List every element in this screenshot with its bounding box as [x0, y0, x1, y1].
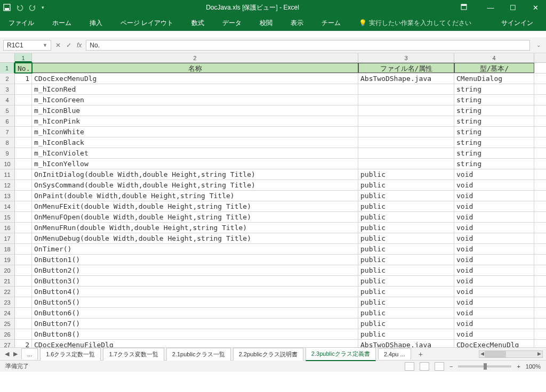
- row-header[interactable]: 19: [0, 255, 15, 265]
- row-header[interactable]: 27: [0, 340, 15, 347]
- tab-view[interactable]: 表示: [287, 15, 307, 31]
- cell-file[interactable]: [358, 105, 454, 116]
- cell-no[interactable]: 2: [15, 340, 32, 347]
- cell-no[interactable]: [15, 180, 32, 190]
- cell-file[interactable]: public: [358, 308, 454, 318]
- cell-file[interactable]: public: [358, 169, 454, 179]
- cell-name[interactable]: OnButton7(): [32, 318, 358, 329]
- sheet-tab-ellipsis[interactable]: ...: [21, 348, 38, 360]
- horizontal-scrollbar[interactable]: ◀ ▶: [479, 350, 543, 358]
- cell-name[interactable]: OnButton6(): [32, 308, 358, 318]
- cell-type[interactable]: void: [454, 169, 534, 179]
- cell-no[interactable]: 1: [15, 74, 32, 84]
- cell-name[interactable]: OnMenuFExit(double Width,double Height,s…: [32, 201, 358, 211]
- cell-file[interactable]: [358, 84, 454, 94]
- cell-name[interactable]: OnMenuFRun(double Width,double Height,st…: [32, 223, 358, 233]
- tab-insert[interactable]: 挿入: [86, 15, 106, 31]
- cell-name[interactable]: CDocExecMenuDlg: [32, 74, 358, 84]
- maximize-button[interactable]: ☐: [505, 4, 520, 12]
- cell-name[interactable]: OnMenuFOpen(double Width,double Height,s…: [32, 212, 358, 222]
- cell-name[interactable]: OnButton2(): [32, 265, 358, 275]
- zoom-level[interactable]: 100%: [526, 363, 541, 370]
- cell-file[interactable]: AbsTwoDShape.java: [358, 74, 454, 84]
- cancel-icon[interactable]: ✕: [55, 42, 61, 49]
- row-header[interactable]: 14: [0, 201, 15, 211]
- cell-type[interactable]: void: [454, 244, 534, 254]
- row-header-1[interactable]: 1: [0, 63, 15, 73]
- ribbon-options-icon[interactable]: [461, 4, 476, 12]
- row-header[interactable]: 22: [0, 287, 15, 297]
- col-header-4[interactable]: 4: [454, 53, 534, 62]
- cell-no[interactable]: [15, 287, 32, 297]
- cell-type[interactable]: void: [454, 201, 534, 211]
- col-header-1[interactable]: 1: [15, 53, 32, 62]
- sheet-tab-2[interactable]: 2.1publicクラス一覧: [166, 348, 231, 361]
- cell-file[interactable]: public: [358, 212, 454, 222]
- row-header[interactable]: 4: [0, 95, 15, 105]
- tell-me[interactable]: 💡 実行したい作業を入力してください: [356, 15, 474, 31]
- signin-link[interactable]: サインイン: [498, 15, 536, 31]
- cell-type[interactable]: void: [454, 255, 534, 265]
- cell-no[interactable]: [15, 329, 32, 339]
- row-header[interactable]: 6: [0, 116, 15, 126]
- cell-type[interactable]: string: [454, 127, 534, 137]
- cell-file[interactable]: public: [358, 223, 454, 233]
- row-header[interactable]: 3: [0, 84, 15, 94]
- scrollbar-thumb[interactable]: [485, 351, 506, 357]
- cell-name[interactable]: m_hIconBlue: [32, 105, 358, 116]
- row-header[interactable]: 7: [0, 127, 15, 137]
- cell-file[interactable]: public: [358, 180, 454, 190]
- sheet-tab-4[interactable]: 2.3publicクラス定義書: [306, 347, 376, 361]
- cell-no[interactable]: [15, 297, 32, 307]
- cell-name[interactable]: OnTimer(): [32, 244, 358, 254]
- row-header[interactable]: 10: [0, 159, 15, 169]
- row-header[interactable]: 25: [0, 318, 15, 329]
- cell-file[interactable]: [358, 148, 454, 158]
- minimize-button[interactable]: —: [483, 4, 498, 12]
- cell-name[interactable]: OnButton8(): [32, 329, 358, 339]
- row-header[interactable]: 9: [0, 148, 15, 158]
- row-header[interactable]: 12: [0, 180, 15, 190]
- name-box[interactable]: R1C1 ▼: [3, 40, 51, 51]
- cell-type[interactable]: string: [454, 116, 534, 126]
- sheet-tab-1[interactable]: 1.7クラス変数一覧: [103, 348, 164, 361]
- row-header[interactable]: 24: [0, 308, 15, 318]
- cell-no[interactable]: [15, 84, 32, 94]
- zoom-out-button[interactable]: −: [449, 363, 453, 370]
- cell-file[interactable]: public: [358, 255, 454, 265]
- sheet-tab-5[interactable]: 2.4pu ...: [378, 348, 411, 360]
- cell-no[interactable]: [15, 223, 32, 233]
- cell-type[interactable]: string: [454, 159, 534, 169]
- cell-no[interactable]: [15, 318, 32, 329]
- cell-no[interactable]: [15, 244, 32, 254]
- view-pagelayout-icon[interactable]: [420, 362, 429, 371]
- cell-file[interactable]: [358, 95, 454, 105]
- cell-type[interactable]: void: [454, 223, 534, 233]
- row-header[interactable]: 18: [0, 244, 15, 254]
- namebox-dropdown-icon[interactable]: ▼: [43, 43, 47, 48]
- cell-no[interactable]: [15, 212, 32, 222]
- tab-file[interactable]: ファイル: [5, 15, 37, 31]
- row-header[interactable]: 11: [0, 169, 15, 179]
- enter-icon[interactable]: ✓: [66, 42, 71, 49]
- cell-header-type[interactable]: 型/基本/: [454, 63, 534, 73]
- cell-header-file[interactable]: ファイル名/属性: [358, 63, 454, 73]
- cell-type[interactable]: CDocExecMenuDlg: [454, 340, 534, 347]
- cell-no[interactable]: [15, 191, 32, 201]
- row-header[interactable]: 8: [0, 137, 15, 148]
- cell-name[interactable]: m_hIconViolet: [32, 148, 358, 158]
- cell-type[interactable]: void: [454, 191, 534, 201]
- cell-file[interactable]: public: [358, 233, 454, 243]
- cell-type[interactable]: string: [454, 105, 534, 116]
- formula-bar[interactable]: No.: [86, 40, 530, 51]
- cell-file[interactable]: public: [358, 297, 454, 307]
- formula-expand-icon[interactable]: ⌄: [534, 42, 543, 48]
- cell-file[interactable]: public: [358, 287, 454, 297]
- cell-file[interactable]: [358, 137, 454, 148]
- cell-no[interactable]: [15, 265, 32, 275]
- cell-name[interactable]: OnButton3(): [32, 276, 358, 286]
- cell-file[interactable]: AbsTwoDShape.java: [358, 340, 454, 347]
- cell-type[interactable]: void: [454, 308, 534, 318]
- zoom-slider[interactable]: [458, 365, 511, 368]
- cell-file[interactable]: public: [358, 318, 454, 329]
